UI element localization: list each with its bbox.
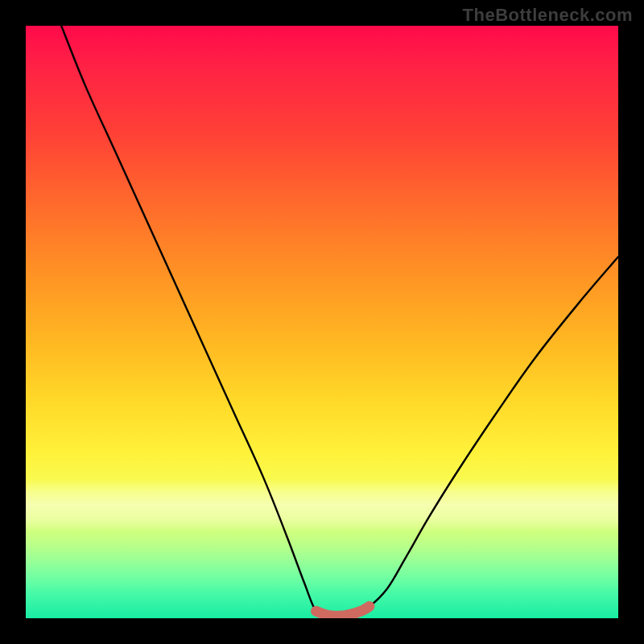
chart-svg <box>26 26 618 618</box>
floor-marker-line <box>316 606 369 616</box>
chart-frame: TheBottleneck.com <box>0 0 644 644</box>
watermark-text: TheBottleneck.com <box>463 5 633 26</box>
plot-area <box>26 26 618 618</box>
curve-line <box>61 26 618 617</box>
